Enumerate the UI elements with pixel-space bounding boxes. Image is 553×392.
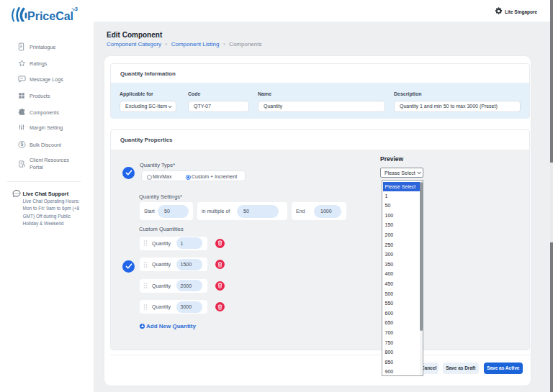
svg-text:$: $ [21, 142, 24, 147]
